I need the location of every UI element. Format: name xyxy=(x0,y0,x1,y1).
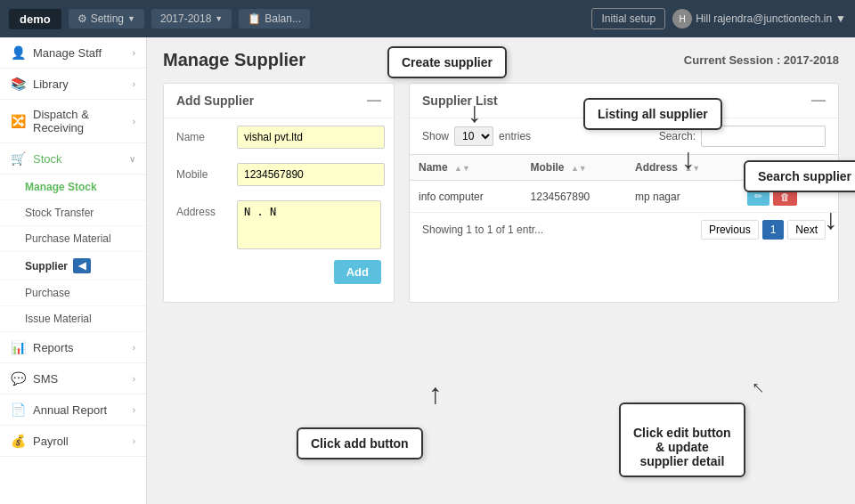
col-mobile: Mobile ▲▼ xyxy=(522,155,626,181)
initial-setup-button[interactable]: Initial setup xyxy=(591,8,665,29)
page-1-button[interactable]: 1 xyxy=(762,220,785,240)
name-row: Name xyxy=(164,118,394,156)
address-input[interactable]: N . N xyxy=(237,200,381,249)
dispatch-icon: 🔀 xyxy=(11,114,26,128)
add-btn-row: Add xyxy=(164,256,394,288)
callout-search-supplier: Search supplier xyxy=(744,160,855,192)
sidebar-sub-issue-material[interactable]: Issue Material xyxy=(0,306,146,332)
pagination-buttons: Previous 1 Next xyxy=(701,220,826,240)
setting-button[interactable]: ⚙ Setting ▼ xyxy=(69,9,144,28)
chevron-right-icon: › xyxy=(133,436,135,446)
chevron-right-icon: › xyxy=(133,405,135,415)
caret-icon: ▼ xyxy=(127,14,135,23)
stock-icon: 🛒 xyxy=(11,151,26,166)
entries-select[interactable]: 10 25 50 xyxy=(454,126,493,146)
library-icon: 📚 xyxy=(11,77,26,91)
pagination-info: Showing 1 to 1 of 1 entr... xyxy=(422,224,543,236)
list-minimize-button[interactable]: — xyxy=(811,93,826,109)
mobile-row: Mobile xyxy=(164,156,394,193)
chevron-right-icon: › xyxy=(133,48,135,58)
add-panel-header: Add Supplier — xyxy=(164,84,394,118)
search-label: Search: xyxy=(659,130,696,142)
caret-icon: ▼ xyxy=(215,14,223,23)
setting-icon: ⚙ xyxy=(77,12,87,25)
callout-create-supplier: Create supplier xyxy=(387,46,507,78)
show-entries: Show 10 25 50 entries xyxy=(422,126,531,146)
main-content: Create supplier ↓ Listing all supplier ↓… xyxy=(147,37,855,504)
callout-click-edit: Click edit button & update supplier deta… xyxy=(619,402,745,477)
cell-mobile: 1234567890 xyxy=(522,181,626,213)
arrow-listing-all: ↓ xyxy=(681,144,696,173)
manage-staff-icon: 👤 xyxy=(11,45,26,60)
top-nav: demo ⚙ Setting ▼ 2017-2018 ▼ 📋 Balan... … xyxy=(0,0,855,37)
payroll-icon: 💰 xyxy=(11,434,26,448)
sort-icon: ▲▼ xyxy=(454,164,470,173)
chevron-right-icon: › xyxy=(133,343,135,353)
cell-name: info computer xyxy=(410,181,522,213)
pagination-row: Showing 1 to 1 of 1 entr... Previous 1 N… xyxy=(410,213,838,240)
sidebar-item-library[interactable]: 📚 Library › xyxy=(0,69,146,100)
name-input[interactable] xyxy=(237,126,385,149)
caret-icon: ▼ xyxy=(835,12,846,25)
add-panel-title: Add Supplier xyxy=(176,93,254,108)
callout-listing-all: Listing all supplier xyxy=(583,98,722,130)
sidebar-sub-manage-stock[interactable]: Manage Stock xyxy=(0,175,146,200)
name-label: Name xyxy=(176,126,230,143)
sidebar-item-annual-report[interactable]: 📄 Annual Report › xyxy=(0,394,146,426)
chevron-right-icon: › xyxy=(133,374,135,384)
callout-click-add: Click add button xyxy=(297,427,423,459)
sidebar-item-dispatch[interactable]: 🔀 Dispatch & Receiving › xyxy=(0,100,146,143)
sidebar-item-reports[interactable]: 📊 Reports › xyxy=(0,332,146,363)
sidebar-sub-stock-transfer[interactable]: Stock Transfer xyxy=(0,200,146,226)
sidebar-item-manage-staff[interactable]: 👤 Manage Staff › xyxy=(0,37,146,69)
sms-icon: 💬 xyxy=(11,371,26,386)
cell-address: mp nagar xyxy=(626,181,738,213)
address-label: Address xyxy=(176,200,230,218)
balance-icon: 📋 xyxy=(248,12,261,25)
arrow-click-add: ↑ xyxy=(428,379,443,408)
avatar: H xyxy=(672,9,692,28)
sidebar-item-payroll[interactable]: 💰 Payroll › xyxy=(0,426,146,457)
sidebar-item-stock[interactable]: 🛒 Stock ∨ xyxy=(0,143,146,175)
reports-icon: 📊 xyxy=(11,340,26,354)
balance-button[interactable]: 📋 Balan... xyxy=(239,9,310,28)
sidebar-sub-supplier[interactable]: Supplier ◀ xyxy=(0,252,146,280)
arrow-click-edit: ↑ xyxy=(745,376,769,399)
sidebar-item-sms[interactable]: 💬 SMS › xyxy=(0,363,146,394)
col-name: Name ▲▼ xyxy=(410,155,522,181)
address-row: Address N . N xyxy=(164,193,394,256)
mobile-label: Mobile xyxy=(176,163,230,181)
mobile-input[interactable] xyxy=(237,163,385,186)
chevron-down-icon: ∨ xyxy=(129,154,135,164)
year-button[interactable]: 2017-2018 ▼ xyxy=(151,9,232,28)
panels: Add Supplier — Name Mobile Address N . N… xyxy=(163,83,839,303)
chevron-right-icon: › xyxy=(133,117,135,126)
add-button[interactable]: Add xyxy=(334,260,381,284)
sidebar: 👤 Manage Staff › 📚 Library › 🔀 Dispatch … xyxy=(0,37,147,504)
annual-report-icon: 📄 xyxy=(11,402,26,417)
arrow-search-supplier: ↓ xyxy=(824,205,838,233)
next-button[interactable]: Next xyxy=(787,220,826,240)
arrow-create-supplier: ↓ xyxy=(468,98,482,126)
chevron-right-icon: › xyxy=(133,79,135,89)
supplier-arrow-icon: ◀ xyxy=(73,258,91,273)
add-supplier-panel: Add Supplier — Name Mobile Address N . N… xyxy=(163,83,395,303)
minimize-button[interactable]: — xyxy=(367,93,381,109)
sort-icon: ▲▼ xyxy=(571,164,587,173)
prev-button[interactable]: Previous xyxy=(701,220,759,240)
sidebar-sub-purchase-material[interactable]: Purchase Material xyxy=(0,226,146,252)
user-info: H Hill rajendra@junctiontech.in ▼ xyxy=(672,9,846,28)
brand-logo: demo xyxy=(9,9,61,29)
sidebar-sub-purchase[interactable]: Purchase xyxy=(0,280,146,306)
page-title: Manage Supplier xyxy=(163,50,305,70)
list-panel-title: Supplier List xyxy=(422,93,498,108)
session-info: Current Session : 2017-2018 xyxy=(684,53,839,67)
